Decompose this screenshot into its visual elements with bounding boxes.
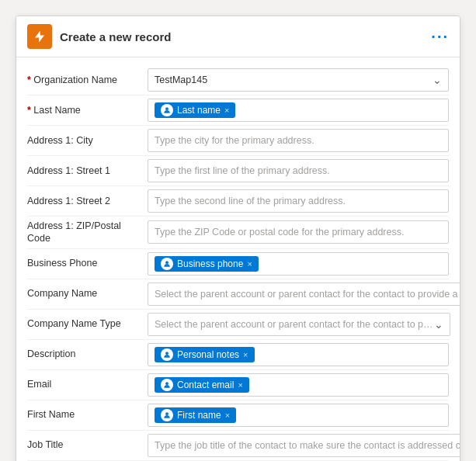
label-last-name: Last Name [27, 104, 148, 116]
tag-description: Personal notes× [155, 347, 255, 362]
dropdown-company-name-type[interactable]: Select the parent account or parent cont… [148, 313, 450, 336]
tag-email: Contact email× [155, 377, 249, 393]
svg-point-4 [165, 382, 169, 385]
dropdown-org-name[interactable]: TestMap145⌄ [148, 68, 449, 92]
tag-close-email[interactable]: × [238, 380, 242, 390]
lightning-icon [33, 29, 47, 43]
label-address-city: Address 1: City [27, 134, 148, 147]
label-description: Description [27, 348, 148, 360]
app-icon [27, 24, 52, 49]
card-title: Create a new record [60, 30, 171, 43]
row-business-phone: Business PhoneBusiness phone× [27, 249, 449, 279]
input-address-street2[interactable]: Type the second line of the primary addr… [148, 189, 449, 213]
row-email: EmailContact email× [27, 370, 449, 400]
tag-control-first-name[interactable]: First name× [148, 404, 449, 427]
create-record-card: Create a new record ··· Organization Nam… [16, 16, 460, 461]
tag-label-last-name: Last name [177, 105, 221, 116]
header-left: Create a new record [27, 24, 171, 49]
tag-close-first-name[interactable]: × [225, 411, 230, 420]
tag-close-business-phone[interactable]: × [247, 259, 252, 269]
row-address-city: Address 1: CityType the city for the pri… [27, 126, 449, 156]
row-company-name-type: Company Name TypeSelect the parent accou… [27, 310, 449, 340]
input-job-title[interactable]: Type the job title of the contact to mak… [148, 434, 460, 457]
svg-point-3 [165, 352, 169, 355]
card-header: Create a new record ··· [16, 16, 460, 57]
input-address-street1[interactable]: Type the first line of the primary addre… [148, 159, 449, 182]
tag-label-email: Contact email [177, 380, 234, 390]
row-address-street2: Address 1: Street 2Type the second line … [27, 186, 449, 217]
tag-control-email[interactable]: Contact email× [148, 373, 449, 397]
label-business-phone: Business Phone [27, 257, 148, 269]
row-address-zip: Address 1: ZIP/Postal CodeType the ZIP C… [27, 217, 449, 249]
card-body: Organization NameTestMap145⌄Last NameLas… [16, 57, 460, 461]
label-email: Email [27, 378, 148, 390]
placeholder-address-street2: Type the second line of the primary addr… [155, 196, 346, 206]
row-company-name: Company NameSelect the parent account or… [27, 279, 449, 310]
tag-label-business-phone: Business phone [177, 258, 243, 269]
dropdown-placeholder-company-name-type: Select the parent account or parent cont… [155, 319, 434, 330]
tag-first-name: First name× [155, 407, 236, 423]
row-last-name: Last NameLast name× [27, 95, 449, 126]
placeholder-address-zip: Type the ZIP Code or postal code for the… [155, 227, 404, 237]
svg-marker-0 [35, 31, 44, 43]
label-org-name: Organization Name [27, 74, 148, 86]
label-company-name: Company Name [27, 287, 148, 300]
person-icon [161, 379, 173, 391]
placeholder-address-city: Type the city for the primary address. [155, 135, 314, 146]
tag-close-last-name[interactable]: × [224, 106, 229, 115]
person-icon [161, 258, 173, 270]
tag-label-first-name: First name [177, 410, 221, 421]
label-address-street1: Address 1: Street 1 [27, 165, 148, 177]
input-address-city[interactable]: Type the city for the primary address. [148, 129, 449, 152]
tag-control-description[interactable]: Personal notes× [148, 343, 449, 366]
label-company-name-type: Company Name Type [27, 317, 148, 330]
placeholder-job-title: Type the job title of the contact to mak… [155, 440, 460, 451]
input-company-name[interactable]: Select the parent account or parent cont… [148, 282, 460, 306]
tag-control-last-name[interactable]: Last name× [148, 99, 449, 122]
svg-point-5 [165, 412, 169, 415]
row-org-name: Organization NameTestMap145⌄ [27, 65, 449, 95]
placeholder-address-street1: Type the first line of the primary addre… [155, 165, 330, 176]
row-first-name: First NameFirst name× [27, 400, 449, 431]
tag-label-description: Personal notes [177, 349, 239, 360]
person-icon [161, 409, 173, 421]
input-address-zip[interactable]: Type the ZIP Code or postal code for the… [148, 220, 449, 244]
row-description: DescriptionPersonal notes× [27, 340, 449, 370]
chevron-down-icon: ⌄ [433, 74, 442, 86]
tag-business-phone: Business phone× [155, 256, 259, 272]
row-job-title: Job TitleType the job title of the conta… [27, 431, 449, 461]
dropdown-value-org-name: TestMap145 [155, 75, 207, 85]
more-options-button[interactable]: ··· [431, 29, 449, 44]
person-icon [161, 104, 173, 116]
svg-point-2 [165, 261, 169, 264]
svg-point-1 [165, 107, 169, 110]
person-icon [161, 348, 173, 361]
row-address-street1: Address 1: Street 1Type the first line o… [27, 156, 449, 186]
placeholder-company-name: Select the parent account or parent cont… [155, 289, 460, 300]
chevron-down-icon: ⌄ [434, 318, 443, 331]
label-address-zip: Address 1: ZIP/Postal Code [27, 220, 148, 245]
tag-control-business-phone[interactable]: Business phone× [148, 252, 449, 276]
label-address-street2: Address 1: Street 2 [27, 195, 148, 207]
label-first-name: First Name [27, 408, 148, 421]
tag-close-description[interactable]: × [243, 350, 248, 359]
label-job-title: Job Title [27, 438, 148, 451]
tag-last-name: Last name× [155, 102, 235, 118]
